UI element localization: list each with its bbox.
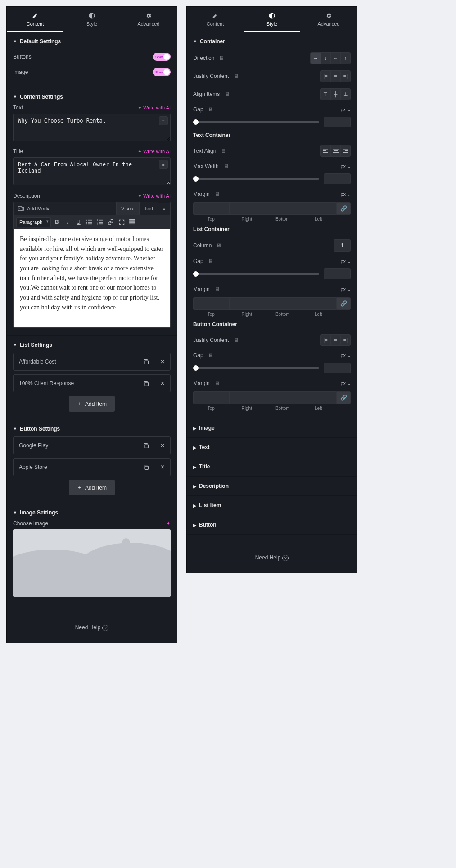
max-width-input[interactable] bbox=[324, 173, 351, 184]
tab-content[interactable]: Content bbox=[187, 7, 244, 32]
list-item[interactable]: Google Play ✕ bbox=[13, 436, 171, 454]
arrow-right-icon[interactable]: → bbox=[311, 53, 321, 64]
justify-center-icon[interactable]: ≡ bbox=[330, 71, 340, 82]
dynamic-tag-icon[interactable]: ≡ bbox=[159, 116, 168, 125]
tab-content[interactable]: Content bbox=[7, 7, 63, 32]
unit-select[interactable]: px bbox=[340, 107, 351, 112]
section-collapsed[interactable]: ▶Image bbox=[187, 418, 357, 438]
margin-right-input[interactable] bbox=[229, 202, 265, 215]
align-left-icon[interactable] bbox=[321, 145, 330, 156]
margin-right-input[interactable] bbox=[229, 297, 265, 310]
justify-end-icon[interactable]: ≡| bbox=[340, 71, 350, 82]
need-help-link[interactable]: Need Help? bbox=[187, 535, 357, 573]
numbered-list-button[interactable]: 123 bbox=[95, 217, 105, 227]
margin-bottom-input[interactable] bbox=[265, 391, 301, 404]
write-with-ai[interactable]: Write with AI bbox=[138, 193, 171, 199]
close-icon[interactable]: ✕ bbox=[154, 353, 170, 370]
link-button[interactable] bbox=[106, 217, 116, 227]
desktop-icon[interactable]: 🖥 bbox=[208, 106, 213, 113]
copy-icon[interactable] bbox=[138, 459, 154, 476]
editor-tab-visual[interactable]: Visual bbox=[116, 202, 139, 215]
align-bottom-icon[interactable]: ⊥ bbox=[340, 89, 350, 100]
need-help-link[interactable]: Need Help? bbox=[7, 604, 177, 643]
gap-input[interactable] bbox=[324, 268, 351, 279]
tab-style[interactable]: Style bbox=[244, 7, 300, 32]
close-icon[interactable]: ✕ bbox=[154, 437, 170, 454]
margin-left-input[interactable] bbox=[301, 297, 337, 310]
close-icon[interactable]: ✕ bbox=[154, 375, 170, 392]
toolbar-toggle-button[interactable] bbox=[127, 217, 137, 227]
tab-advanced[interactable]: Advanced bbox=[120, 7, 177, 32]
desktop-icon[interactable]: 🖥 bbox=[221, 148, 226, 154]
gap-input[interactable] bbox=[324, 117, 351, 127]
tab-advanced[interactable]: Advanced bbox=[300, 7, 357, 32]
desktop-icon[interactable]: 🖥 bbox=[223, 163, 229, 169]
section-collapsed[interactable]: ▶List Item bbox=[187, 496, 357, 515]
align-center-icon[interactable]: ┼ bbox=[330, 89, 340, 100]
section-title-button[interactable]: ▼Content Settings bbox=[13, 94, 171, 100]
unit-select[interactable]: px bbox=[340, 191, 351, 197]
desktop-icon[interactable]: 🖥 bbox=[208, 258, 213, 264]
fullscreen-button[interactable] bbox=[117, 217, 126, 227]
dynamic-tag-icon[interactable]: ≡ bbox=[159, 160, 168, 169]
image-preview[interactable] bbox=[13, 529, 171, 597]
close-icon[interactable]: ✕ bbox=[154, 459, 170, 476]
write-with-ai[interactable]: Write with AI bbox=[138, 149, 171, 155]
arrow-down-icon[interactable]: ↓ bbox=[321, 53, 330, 64]
ai-sparkle-icon[interactable]: ✦ bbox=[166, 520, 171, 527]
section-collapsed[interactable]: ▶Text bbox=[187, 438, 357, 457]
section-title-button[interactable]: ▼List Settings bbox=[13, 342, 171, 348]
section-title-button[interactable]: ▼Image Settings bbox=[13, 509, 171, 516]
section-title-button[interactable]: ▼Container bbox=[193, 38, 351, 45]
section-collapsed[interactable]: ▶Button bbox=[187, 515, 357, 535]
desktop-icon[interactable]: 🖥 bbox=[214, 191, 220, 197]
align-right-icon[interactable] bbox=[340, 145, 350, 156]
unit-select[interactable]: px bbox=[340, 353, 351, 358]
desktop-icon[interactable]: 🖥 bbox=[214, 286, 220, 292]
justify-start-icon[interactable]: |≡ bbox=[321, 335, 330, 345]
list-item[interactable]: Apple Store ✕ bbox=[13, 458, 171, 476]
margin-top-input[interactable] bbox=[193, 391, 229, 404]
copy-icon[interactable] bbox=[138, 375, 154, 392]
desktop-icon[interactable]: 🖥 bbox=[233, 337, 239, 343]
desktop-icon[interactable]: 🖥 bbox=[233, 73, 239, 79]
image-toggle[interactable]: Show bbox=[153, 68, 171, 76]
margin-left-input[interactable] bbox=[301, 391, 337, 404]
unit-select[interactable]: px bbox=[340, 381, 351, 386]
description-editor[interactable]: Be inspired by our extensive range of mo… bbox=[13, 229, 171, 328]
unit-select[interactable]: px bbox=[340, 286, 351, 292]
margin-top-input[interactable] bbox=[193, 202, 229, 215]
tab-style[interactable]: Style bbox=[63, 7, 120, 32]
buttons-toggle[interactable]: Show bbox=[153, 53, 171, 61]
desktop-icon[interactable]: 🖥 bbox=[224, 91, 230, 97]
link-icon[interactable]: 🔗 bbox=[336, 391, 351, 404]
justify-end-icon[interactable]: ≡| bbox=[340, 335, 350, 345]
gap-input[interactable] bbox=[324, 363, 351, 373]
editor-tab-text[interactable]: Text bbox=[139, 202, 158, 215]
column-input[interactable] bbox=[334, 239, 351, 252]
margin-right-input[interactable] bbox=[229, 391, 265, 404]
max-width-slider[interactable] bbox=[193, 178, 319, 180]
unit-select[interactable]: px bbox=[340, 259, 351, 264]
desktop-icon[interactable]: 🖥 bbox=[216, 242, 221, 249]
dynamic-tag-icon[interactable]: ≡ bbox=[158, 203, 170, 215]
margin-bottom-input[interactable] bbox=[265, 202, 301, 215]
margin-bottom-input[interactable] bbox=[265, 297, 301, 310]
desktop-icon[interactable]: 🖥 bbox=[214, 380, 220, 386]
arrow-up-icon[interactable]: ↑ bbox=[340, 53, 350, 64]
desktop-icon[interactable]: 🖥 bbox=[219, 55, 224, 61]
copy-icon[interactable] bbox=[138, 437, 154, 454]
justify-center-icon[interactable]: ≡ bbox=[330, 335, 340, 345]
link-icon[interactable]: 🔗 bbox=[336, 297, 351, 310]
section-title-button[interactable]: ▼Button Settings bbox=[13, 426, 171, 432]
gap-slider[interactable] bbox=[193, 367, 319, 369]
format-select[interactable]: Paragraph bbox=[16, 217, 51, 227]
list-item[interactable]: 100% Client Response ✕ bbox=[13, 374, 171, 392]
margin-left-input[interactable] bbox=[301, 202, 337, 215]
link-icon[interactable]: 🔗 bbox=[336, 202, 351, 215]
gap-slider[interactable] bbox=[193, 273, 319, 275]
section-collapsed[interactable]: ▶Title bbox=[187, 457, 357, 477]
align-top-icon[interactable]: ⊤ bbox=[321, 89, 330, 100]
unit-select[interactable]: px bbox=[340, 164, 351, 169]
section-title-button[interactable]: ▼Default Settings bbox=[13, 38, 171, 45]
